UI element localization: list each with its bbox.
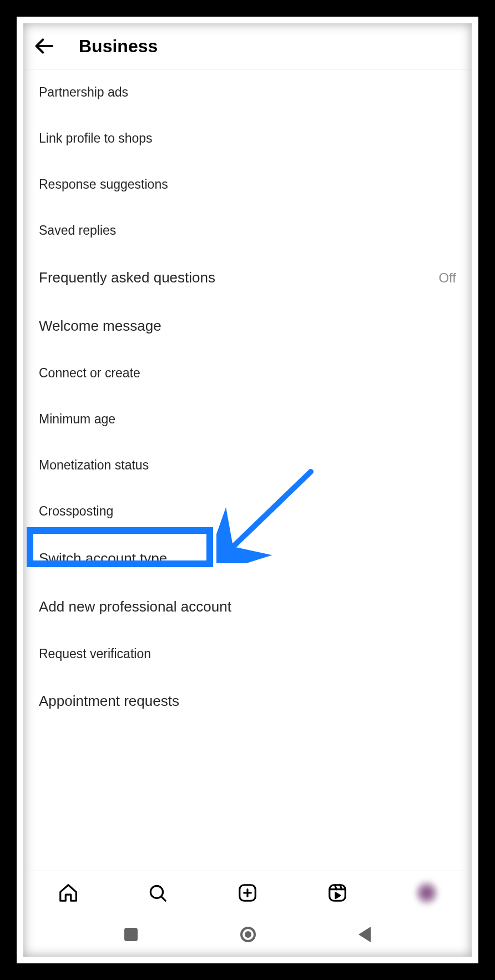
- reels-icon[interactable]: [326, 881, 349, 905]
- menu-item-partnership-ads[interactable]: Partnership ads: [23, 69, 472, 115]
- menu-item-label: Saved replies: [39, 223, 116, 238]
- menu-item-add-new-professional-account[interactable]: Add new professional account: [23, 583, 472, 631]
- menu-item-label: Add new professional account: [39, 598, 231, 615]
- menu-item-label: Frequently asked questions: [39, 269, 215, 286]
- search-icon[interactable]: [146, 881, 169, 905]
- menu-item-saved-replies[interactable]: Saved replies: [23, 208, 472, 254]
- app-bottom-nav: [23, 871, 472, 915]
- outer-frame: Business Partnership ads Link profile to…: [17, 17, 478, 963]
- menu-item-request-verification[interactable]: Request verification: [23, 631, 472, 677]
- back-button-icon[interactable]: [358, 927, 371, 942]
- menu-item-welcome-message[interactable]: Welcome message: [23, 302, 472, 350]
- home-icon[interactable]: [57, 881, 80, 905]
- home-button-icon[interactable]: [240, 927, 256, 942]
- menu-item-label: Response suggestions: [39, 177, 168, 192]
- avatar: [415, 880, 438, 906]
- svg-rect-7: [329, 885, 345, 901]
- menu-item-label: Connect or create: [39, 366, 140, 381]
- settings-list: Partnership ads Link profile to shops Re…: [23, 69, 472, 871]
- profile-avatar-icon[interactable]: [415, 881, 438, 905]
- new-post-icon[interactable]: [236, 881, 259, 905]
- menu-item-label: Request verification: [39, 646, 151, 661]
- menu-item-label: Welcome message: [39, 317, 161, 335]
- page-title: Business: [79, 36, 158, 57]
- header: Business: [23, 23, 472, 69]
- menu-item-label: Monetization status: [39, 458, 149, 473]
- recents-button-icon[interactable]: [124, 928, 138, 941]
- menu-item-label: Crossposting: [39, 504, 113, 519]
- menu-item-frequently-asked-questions[interactable]: Frequently asked questions Off: [23, 254, 472, 302]
- menu-item-label: Minimum age: [39, 412, 115, 427]
- menu-item-switch-account-type[interactable]: Switch account type: [23, 534, 472, 583]
- menu-item-response-suggestions[interactable]: Response suggestions: [23, 161, 472, 208]
- menu-item-label: Appointment requests: [39, 693, 179, 710]
- menu-item-label: Link profile to shops: [39, 131, 153, 146]
- svg-line-3: [161, 896, 166, 901]
- menu-item-minimum-age[interactable]: Minimum age: [23, 396, 472, 442]
- menu-item-link-profile-to-shops[interactable]: Link profile to shops: [23, 115, 472, 161]
- menu-item-monetization-status[interactable]: Monetization status: [23, 442, 472, 488]
- menu-item-label: Switch account type: [39, 550, 167, 567]
- back-arrow-icon[interactable]: [31, 33, 57, 59]
- menu-item-appointment-requests[interactable]: Appointment requests: [23, 677, 472, 725]
- menu-item-status: Off: [438, 270, 456, 286]
- menu-item-crossposting[interactable]: Crossposting: [23, 488, 472, 534]
- screen: Business Partnership ads Link profile to…: [23, 23, 472, 957]
- android-system-nav: [23, 915, 472, 957]
- menu-item-connect-or-create[interactable]: Connect or create: [23, 350, 472, 396]
- menu-item-label: Partnership ads: [39, 85, 128, 100]
